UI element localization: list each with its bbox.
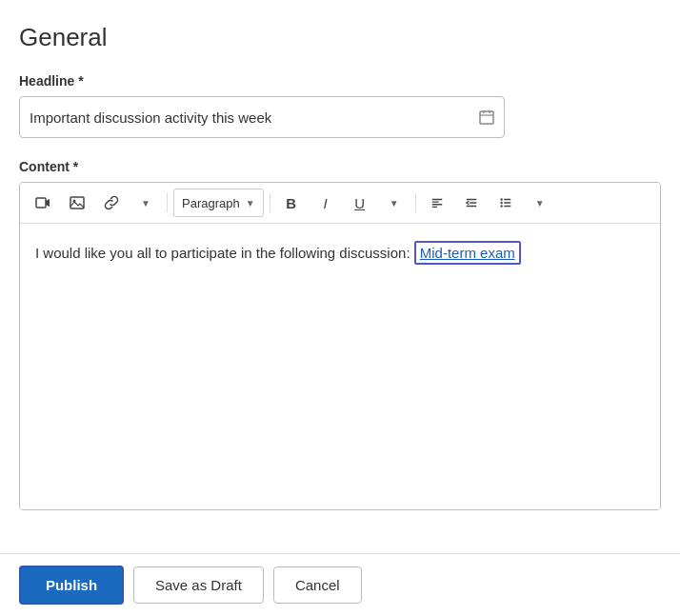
image-button[interactable]	[62, 189, 92, 217]
paragraph-chevron-icon: ▼	[246, 198, 255, 209]
page-container: General Headline * Content *	[0, 0, 680, 510]
svg-point-17	[500, 202, 502, 204]
formatting-chevron-icon: ▼	[390, 198, 399, 209]
align-left-button[interactable]	[422, 189, 452, 217]
publish-button[interactable]: Publish	[19, 566, 124, 605]
indent-decrease-button[interactable]	[456, 189, 487, 217]
underline-button[interactable]: U	[345, 189, 375, 217]
svg-rect-6	[70, 197, 84, 209]
editor-wrapper: ▼ Paragraph ▼ B I	[19, 182, 661, 510]
page-title: General	[19, 23, 661, 52]
svg-rect-0	[480, 111, 493, 124]
link-button[interactable]	[96, 189, 127, 217]
italic-button[interactable]: I	[310, 189, 341, 217]
required-indicator: *	[78, 73, 83, 89]
editor-text: I would like you all to participate in t…	[35, 245, 414, 261]
toolbar-separator-2	[270, 193, 270, 212]
chevron-down-icon: ▼	[141, 198, 150, 209]
footer-bar: Publish Save as Draft Cancel	[0, 553, 680, 616]
cancel-button[interactable]: Cancel	[273, 566, 362, 604]
video-button[interactable]	[28, 189, 58, 217]
toolbar-separator-3	[415, 193, 416, 212]
svg-point-19	[500, 205, 502, 207]
content-required-indicator: *	[73, 159, 78, 174]
alignment-dropdown-button[interactable]: ▼	[525, 189, 555, 217]
formatting-dropdown-button[interactable]: ▼	[379, 189, 410, 217]
content-section: Content *	[19, 159, 661, 510]
svg-point-15	[500, 198, 502, 200]
toolbar-separator-1	[167, 193, 168, 212]
paragraph-label: Paragraph	[182, 196, 240, 210]
content-label: Content *	[19, 159, 661, 174]
alignment-chevron-icon: ▼	[535, 198, 545, 209]
save-draft-button[interactable]: Save as Draft	[133, 566, 264, 604]
paragraph-select[interactable]: Paragraph ▼	[173, 189, 264, 217]
headline-input-wrapper	[19, 96, 505, 138]
headline-label: Headline *	[19, 73, 661, 89]
list-button[interactable]	[490, 189, 521, 217]
calendar-icon[interactable]	[479, 109, 494, 125]
svg-rect-4	[36, 198, 46, 208]
mid-term-link[interactable]: Mid-term exam	[414, 241, 521, 265]
headline-section: Headline *	[19, 73, 661, 138]
insert-dropdown-button[interactable]: ▼	[130, 189, 161, 217]
editor-content[interactable]: I would like you all to participate in t…	[20, 224, 660, 509]
bold-button[interactable]: B	[276, 189, 307, 217]
headline-input[interactable]	[30, 109, 479, 126]
editor-toolbar: ▼ Paragraph ▼ B I	[20, 183, 660, 224]
